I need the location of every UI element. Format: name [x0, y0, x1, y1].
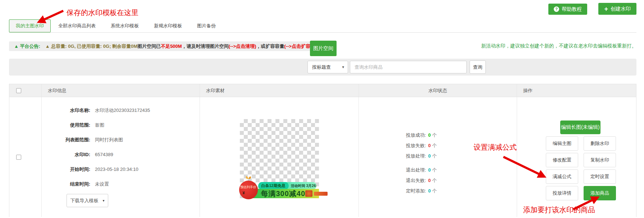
- status-label: 退出失败:: [406, 177, 426, 184]
- watermark-info-cell: 水印名称: 水印活动20230323172435 使用范围: 首图 列表图范围:…: [42, 97, 200, 217]
- tab-system-templates[interactable]: 系统水印模板: [103, 19, 146, 32]
- info-label: 水印ID:: [42, 151, 90, 158]
- header-watermark-info: 水印信息: [42, 84, 200, 97]
- annotation-saved-template: 保存的水印模板在这里: [67, 8, 138, 18]
- edit-long-image-button[interactable]: 编辑长图(未编辑): [560, 121, 600, 134]
- row-checkbox[interactable]: [16, 155, 21, 160]
- watermark-name-value: 水印活动20230323172435: [95, 107, 150, 114]
- usage-scope-value: 首图: [95, 122, 104, 128]
- watermark-status-cell: 投放成功: 0 个 投放失败: 0 个 投放处理: 0 个 退出处理: 0: [359, 97, 517, 217]
- promo-banner: 每满300减40: [252, 189, 319, 198]
- header-watermark-material: 水印素材: [200, 84, 359, 97]
- capacity-text: ▲ 总容量: 0G, 已使用容量: 0G; 剩余容量0M: [45, 43, 137, 50]
- info-label: 开始时间:: [42, 166, 90, 173]
- info-line-start: 开始时间: 2023-05-18 20:34:10: [42, 162, 200, 177]
- warn-triangle-icon: ▲: [14, 44, 19, 49]
- search-button[interactable]: 查询: [470, 60, 486, 74]
- notice-warning-text: 不足500M: [161, 43, 182, 50]
- watermark-manager-page: ? 帮助教程 + 创建水印 我的主图水印 全部水印商品列表 系统水印模板 新规水…: [0, 0, 644, 218]
- chevron-down-icon: ▾: [342, 65, 344, 69]
- status-unit: 个: [432, 153, 437, 159]
- tab-image-backup[interactable]: 图片备份: [189, 19, 223, 32]
- price-badge-label: 预估到手价: [240, 185, 256, 190]
- clean-space-link[interactable]: (-->点击清理): [229, 43, 256, 50]
- status-value-scheduled-add: 0: [428, 188, 431, 194]
- info-line-name: 水印名称: 水印活动20230323172435: [42, 103, 200, 118]
- copy-watermark-button[interactable]: 复制水印: [584, 153, 616, 167]
- action-button-grid: 编辑主图 删除水印 修改配置 复制水印 满减公式 定时设置 投放详情 添加商品: [546, 136, 616, 200]
- butterfly-icon: [245, 175, 252, 181]
- status-value-exit-fail: 0: [428, 178, 431, 183]
- create-watermark-button[interactable]: + 创建水印: [598, 3, 636, 15]
- modify-config-button[interactable]: 修改配置: [546, 153, 578, 167]
- search-type-select[interactable]: 按标题查 ▾: [307, 61, 348, 73]
- status-line: 投放成功: 0 个: [406, 130, 517, 140]
- notice-text: ，请及时清理图片空间: [182, 43, 229, 50]
- watermark-id-value: 6574389: [95, 152, 113, 157]
- header-watermark-status: 水印状态: [359, 84, 517, 97]
- status-line: 投放处理: 0 个: [406, 151, 517, 161]
- tab-all-watermark-products[interactable]: 全部水印商品列表: [51, 19, 103, 32]
- info-label: 使用范围:: [42, 122, 90, 128]
- edit-main-image-button[interactable]: 编辑主图: [546, 136, 578, 151]
- info-line-id: 水印ID: 6574389: [42, 147, 200, 162]
- delete-watermark-button[interactable]: 删除水印: [584, 136, 616, 151]
- currency-symbol: ¥: [243, 191, 245, 195]
- watermark-preview-image[interactable]: 白条12期免息 活动时间 3月26日-3月31日 每满300减40 预估到手价 …: [240, 119, 319, 198]
- status-value-fail: 0: [428, 143, 431, 148]
- help-tutorial-label: 帮助教程: [562, 6, 582, 13]
- info-label: 结束时间:: [42, 181, 90, 187]
- annotation-add-products: 添加要打该水印的商品: [523, 205, 595, 215]
- help-tutorial-button[interactable]: ? 帮助教程: [548, 4, 587, 15]
- status-unit: 个: [432, 188, 437, 194]
- status-label: 定时添加:: [406, 188, 426, 194]
- tab-my-main-watermark[interactable]: 我的主图水印: [9, 19, 51, 32]
- list-scope-value: 同时打列表图: [95, 137, 123, 143]
- table-row: 水印名称: 水印活动20230323172435 使用范围: 首图 列表图范围:…: [9, 97, 636, 217]
- brand-logo-icon: [314, 192, 328, 196]
- end-time-value: 未设置: [95, 181, 109, 187]
- full-reduction-formula-button[interactable]: 满减公式: [546, 169, 578, 184]
- watermark-table: 水印信息 水印素材 水印状态 操作 水印名称: 水印活动202303231724…: [9, 84, 636, 217]
- status-value-processing: 0: [428, 153, 431, 159]
- new-activity-tip: 新活动水印，建议独立创建个新的，不建议在老水印去编辑模板重新打。: [481, 43, 636, 49]
- price-circle-badge: 预估到手价 ¥: [239, 181, 258, 199]
- annotation-set-formula: 设置满减公式: [474, 142, 517, 152]
- row-checkbox-cell: [9, 97, 42, 217]
- status-unit: 个: [432, 177, 437, 184]
- search-type-value: 按标题查: [312, 64, 331, 71]
- info-line-scope: 使用范围: 首图: [42, 118, 200, 132]
- brand-badges-decoration: [305, 190, 328, 197]
- notice-text: ，或扩容容量: [256, 43, 284, 50]
- status-line: 退出处理: 0 个: [406, 165, 517, 175]
- tab-bar: 我的主图水印 全部水印商品列表 系统水印模板 新规水印模板 图片备份: [9, 19, 636, 33]
- status-label: 投放成功:: [406, 132, 426, 138]
- notice-title: ▲ 平台公告:: [14, 43, 40, 50]
- start-time-value: 2023-05-18 20:34:10: [95, 167, 138, 172]
- info-label: 水印名称:: [42, 107, 90, 114]
- expand-space-link[interactable]: (-->点击扩容): [284, 43, 312, 50]
- header-actions: 操作: [517, 84, 636, 97]
- create-watermark-label: 创建水印: [611, 6, 631, 12]
- select-all-checkbox[interactable]: [16, 88, 21, 93]
- status-label: 投放处理:: [406, 153, 426, 159]
- status-line: 定时添加: 0 个: [406, 186, 517, 196]
- promo-text: 每满300减40: [261, 189, 306, 199]
- info-line-end: 结束时间: 未设置: [42, 177, 200, 191]
- download-template-dropdown[interactable]: 下载导入模板 ▾: [67, 194, 108, 207]
- header-checkbox-cell: [9, 84, 42, 97]
- timer-setting-button[interactable]: 定时设置: [584, 169, 616, 184]
- tab-new-rule-templates[interactable]: 新规水印模板: [146, 19, 189, 32]
- chevron-down-icon: ▾: [102, 199, 104, 203]
- image-space-button[interactable]: 图片空间: [310, 41, 337, 56]
- table-header-row: 水印信息 水印素材 水印状态 操作: [9, 84, 636, 97]
- info-line-list-scope: 列表图范围: 同时打列表图: [42, 132, 200, 147]
- add-products-button[interactable]: 添加商品: [584, 186, 616, 200]
- question-circle-icon: ?: [554, 6, 559, 12]
- status-value-exit-processing: 0: [428, 167, 431, 173]
- status-value-success: 0: [428, 132, 431, 138]
- delivery-detail-button[interactable]: 投放详情: [546, 186, 578, 200]
- download-template-label: 下载导入模板: [70, 197, 98, 204]
- status-unit: 个: [432, 142, 437, 149]
- search-input[interactable]: [350, 61, 467, 73]
